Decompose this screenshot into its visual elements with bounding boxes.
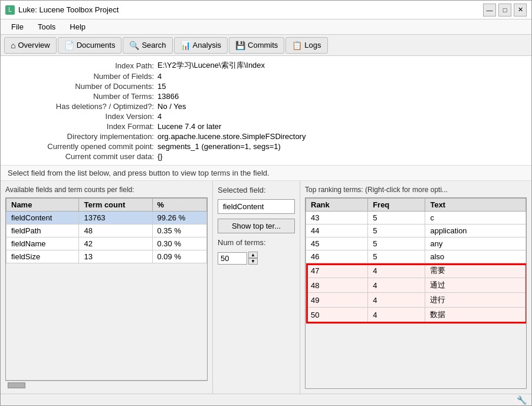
num-docs-label: Number of Documents: (12, 82, 154, 91)
cell-text: 需要 (425, 263, 526, 278)
tab-overview-label: Overview (18, 41, 50, 49)
instruction-text: Select field from the list below, and pr… (1, 166, 531, 181)
col-text: Text (425, 199, 526, 212)
num-fields-label: Number of Fields: (12, 72, 154, 81)
index-path-value: E:\Y2学习\Lucene\索引库\Index (157, 60, 265, 71)
app-icon: L (5, 5, 15, 15)
index-version-label: Index Version: (12, 112, 154, 121)
col-term-count: Term count (79, 199, 152, 212)
list-item[interactable]: 504数据 (306, 308, 526, 322)
cell-term-count: 42 (79, 237, 152, 250)
status-bar: 🔧 (1, 394, 531, 405)
list-item[interactable]: 494进行 (306, 293, 526, 308)
info-index-version: Index Version: 4 (1, 111, 531, 121)
col-name: Name (6, 199, 79, 212)
cell-text: c (425, 212, 526, 225)
documents-icon: 📄 (64, 41, 74, 50)
cell-rank: 45 (306, 237, 368, 250)
status-icon: 🔧 (517, 395, 527, 405)
tab-search-label: Search (142, 41, 166, 49)
cell-rank: 43 (306, 212, 368, 225)
info-has-deletions: Has deletions? / Optimized?: No / Yes (1, 101, 531, 111)
overview-icon: ⌂ (11, 41, 15, 50)
logs-icon: 📋 (292, 41, 302, 50)
list-item[interactable]: 474需要 (306, 263, 526, 278)
cell-text: 数据 (425, 308, 526, 322)
table-row[interactable]: fieldContent1376399.26 % (6, 212, 207, 225)
table-row[interactable]: fieldPath480.35 % (6, 225, 207, 237)
num-fields-value: 4 (157, 72, 162, 81)
cell-term-count: 48 (79, 225, 152, 237)
list-item[interactable]: 435c (306, 212, 526, 225)
num-terms-input[interactable] (218, 252, 247, 265)
info-commit-user: Current commit user data: {} (1, 151, 531, 161)
has-deletions-value: No / Yes (157, 102, 186, 111)
cell-percent: 0.35 % (152, 225, 206, 237)
show-top-terms-button[interactable]: Show top ter... (218, 219, 295, 233)
horizontal-scrollbar[interactable] (5, 381, 208, 389)
info-num-fields: Number of Fields: 4 (1, 71, 531, 81)
cell-freq: 4 (368, 293, 425, 308)
index-version-value: 4 (157, 112, 162, 121)
tab-logs[interactable]: 📋 Logs (285, 37, 327, 54)
col-freq: Freq (368, 199, 425, 212)
dir-impl-label: Directory implementation: (12, 132, 154, 141)
spin-down-button[interactable]: ▼ (248, 258, 258, 265)
list-item[interactable]: 445application (306, 225, 526, 237)
cell-freq: 4 (368, 263, 425, 278)
left-panel-title: Available fields and term counts per fie… (5, 186, 208, 194)
cell-rank: 48 (306, 278, 368, 293)
cell-freq: 5 (368, 237, 425, 250)
cell-rank: 50 (306, 308, 368, 322)
cell-term-count: 13763 (79, 212, 152, 225)
menu-help[interactable]: Help (64, 21, 91, 33)
has-deletions-label: Has deletions? / Optimized?: (12, 102, 154, 111)
minimize-button[interactable]: — (483, 4, 496, 16)
main-panels: Available fields and term counts per fie… (1, 181, 531, 394)
num-terms-value: 13866 (157, 92, 179, 101)
tab-search[interactable]: 🔍 Search (123, 37, 172, 54)
menu-tools[interactable]: Tools (32, 21, 61, 33)
top-terms-table[interactable]: Rank Freq Text 435c445application455any4… (305, 197, 527, 389)
spin-up-button[interactable]: ▲ (248, 252, 258, 258)
list-item[interactable]: 455any (306, 237, 526, 250)
col-percent: % (152, 199, 206, 212)
info-commit-point: Currently opened commit point: segments_… (1, 141, 531, 151)
cell-freq: 5 (368, 250, 425, 263)
selected-field-value: fieldContent (218, 199, 295, 214)
cell-freq: 4 (368, 308, 425, 322)
info-index-format: Index Format: Lucene 7.4 or later (1, 121, 531, 131)
toolbar: ⌂ Overview 📄 Documents 🔍 Search 📊 Analys… (1, 35, 531, 56)
maximize-button[interactable]: □ (498, 4, 511, 16)
cell-rank: 44 (306, 225, 368, 237)
search-icon: 🔍 (129, 41, 139, 50)
right-panel: Top ranking terms: (Right-click for more… (300, 181, 531, 394)
cell-name: fieldContent (6, 212, 79, 225)
table-row[interactable]: fieldSize130.09 % (6, 250, 207, 263)
middle-panel: Selected field: fieldContent Show top te… (213, 181, 300, 394)
scroll-thumb-h[interactable] (8, 382, 25, 388)
list-item[interactable]: 465also (306, 250, 526, 263)
cell-rank: 47 (306, 263, 368, 278)
fields-table[interactable]: Name Term count % fieldContent1376399.26… (5, 197, 208, 381)
tab-analysis[interactable]: 📊 Analysis (174, 37, 228, 54)
tab-commits[interactable]: 💾 Commits (229, 37, 284, 54)
tab-documents[interactable]: 📄 Documents (58, 37, 122, 54)
cell-percent: 99.26 % (152, 212, 206, 225)
menu-bar: File Tools Help (1, 19, 531, 35)
menu-file[interactable]: File (5, 21, 29, 33)
cell-freq: 4 (368, 278, 425, 293)
tab-overview[interactable]: ⌂ Overview (4, 37, 57, 54)
info-index-path: Index Path: E:\Y2学习\Lucene\索引库\Index (1, 60, 531, 71)
index-path-label: Index Path: (12, 61, 154, 70)
analysis-icon: 📊 (180, 41, 191, 50)
cell-text: any (425, 237, 526, 250)
num-terms-label: Number of Terms: (12, 92, 154, 101)
list-item[interactable]: 484通过 (306, 278, 526, 293)
table-row[interactable]: fieldName420.30 % (6, 237, 207, 250)
cell-name: fieldSize (6, 250, 79, 263)
tab-logs-label: Logs (304, 41, 321, 49)
commit-user-label: Current commit user data: (12, 152, 154, 161)
close-button[interactable]: ✕ (514, 4, 527, 16)
top-terms-scroll[interactable]: Rank Freq Text 435c445application455any4… (306, 198, 526, 388)
